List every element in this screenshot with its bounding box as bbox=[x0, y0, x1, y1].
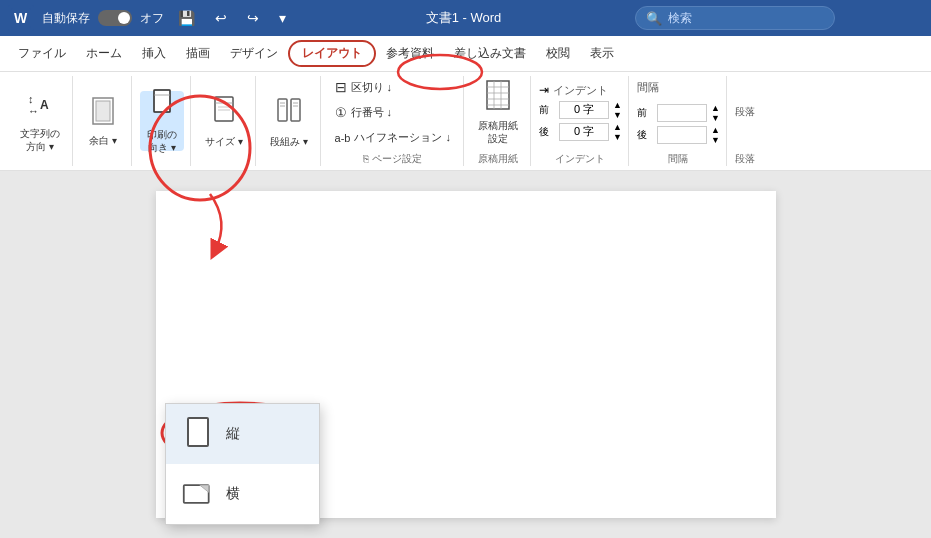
tate-label: 縦 bbox=[226, 425, 240, 443]
svg-rect-10 bbox=[215, 97, 233, 121]
spacing-mae-spin[interactable]: ▲▼ bbox=[711, 103, 720, 123]
word-logo: W bbox=[8, 5, 34, 31]
spacing-go-spin[interactable]: ▲▼ bbox=[711, 125, 720, 145]
group-size: サイズ ▾ bbox=[193, 76, 256, 166]
menu-references[interactable]: 参考資料 bbox=[376, 41, 444, 66]
mojiretu-icon: ↕ ↔ A bbox=[26, 89, 54, 125]
yohaku-icon bbox=[89, 96, 117, 132]
gyobango-label: 行番号 ↓ bbox=[351, 105, 393, 120]
svg-rect-15 bbox=[291, 99, 300, 121]
dialog-icon[interactable]: ⎘ ページ設定 bbox=[363, 153, 422, 164]
group-genkoyoshi: 原稿用紙設定 原稿用紙 bbox=[466, 76, 531, 166]
danagumi-label: 段組み ▾ bbox=[270, 135, 308, 148]
svg-text:A: A bbox=[40, 98, 49, 112]
dropdown-yoko-item[interactable]: 横 bbox=[166, 464, 319, 524]
spacing-mae-input[interactable] bbox=[657, 104, 707, 122]
insatsu-muki-button[interactable]: 印刷の向き ▾ bbox=[140, 91, 184, 151]
toggle-state-label: オフ bbox=[140, 10, 164, 27]
indent-mae-icon: ⇥ bbox=[539, 83, 549, 97]
indent-mae-input[interactable] bbox=[559, 101, 609, 119]
spacing-go-label: 後 bbox=[637, 128, 653, 142]
yohaku-button[interactable]: 余白 ▾ bbox=[81, 91, 125, 151]
genkoyoshi-button[interactable]: 原稿用紙設定 bbox=[472, 82, 524, 142]
menu-view[interactable]: 表示 bbox=[580, 41, 624, 66]
menu-home[interactable]: ホーム bbox=[76, 41, 132, 66]
svg-rect-14 bbox=[278, 99, 287, 121]
save-button[interactable]: 💾 bbox=[172, 8, 201, 28]
hyphen-button[interactable]: a-b ハイフネーション ↓ bbox=[329, 127, 457, 148]
size-icon bbox=[210, 95, 238, 133]
hyphen-icon: a-b bbox=[335, 132, 351, 144]
indent-up-icon[interactable]: ▲▼ bbox=[613, 100, 622, 120]
genkoyoshi-group-label: 原稿用紙 bbox=[478, 148, 518, 166]
group-indent: ⇥ インデント 前 ▲▼ 後 ▲▼ bbox=[533, 76, 629, 166]
search-placeholder: 検索 bbox=[668, 10, 692, 27]
spacing-label-text: 間隔 bbox=[637, 80, 659, 95]
group-moji: ↕ ↔ A 文字列の方向 ▾ bbox=[8, 76, 73, 166]
svg-rect-6 bbox=[96, 101, 110, 121]
svg-text:W: W bbox=[14, 10, 28, 26]
menu-review[interactable]: 校閲 bbox=[536, 41, 580, 66]
autosave-toggle[interactable] bbox=[98, 10, 132, 26]
redo-button[interactable]: ↪ bbox=[241, 8, 265, 28]
kugiri-label: 区切り ↓ bbox=[351, 80, 393, 95]
document-area: 縦 横 bbox=[0, 171, 931, 538]
indent-go-input[interactable] bbox=[559, 123, 609, 141]
group-danagumi: 段組み ▾ bbox=[258, 76, 321, 166]
insatsu-icon bbox=[148, 88, 176, 126]
indent-section: ⇥ インデント 前 ▲▼ 後 ▲▼ bbox=[539, 83, 622, 142]
document-title: 文書1 - Word bbox=[300, 9, 627, 27]
portrait-icon bbox=[182, 414, 214, 454]
menu-file[interactable]: ファイル bbox=[8, 41, 76, 66]
group-spacing: 間隔 前 ▲▼ 後 ▲▼ 間隔 bbox=[631, 76, 727, 166]
svg-rect-29 bbox=[188, 418, 208, 446]
insatsu-label: 印刷の向き ▾ bbox=[147, 128, 177, 154]
customize-qat-button[interactable]: ▾ bbox=[273, 8, 292, 28]
kugiri-button[interactable]: ⊟ 区切り ↓ bbox=[329, 76, 399, 98]
mojiretu-label: 文字列の方向 ▾ bbox=[20, 127, 60, 153]
group-insatsu: 印刷の向き ▾ bbox=[134, 76, 191, 166]
gyobango-button[interactable]: ① 行番号 ↓ bbox=[329, 102, 399, 123]
hyphen-label: ハイフネーション ↓ bbox=[354, 130, 451, 145]
spacing-mae-label: 前 bbox=[637, 106, 653, 120]
indent-label: インデント bbox=[553, 83, 608, 98]
mojiretu-houkou-button[interactable]: ↕ ↔ A 文字列の方向 ▾ bbox=[14, 91, 66, 151]
svg-text:↔: ↔ bbox=[28, 105, 39, 117]
kugiri-icon: ⊟ bbox=[335, 79, 347, 95]
genkoyoshi-label: 原稿用紙設定 bbox=[478, 119, 518, 145]
menu-layout[interactable]: レイアウト bbox=[288, 40, 376, 67]
search-icon: 🔍 bbox=[646, 11, 662, 26]
yoko-label: 横 bbox=[226, 485, 240, 503]
menu-mailings[interactable]: 差し込み文書 bbox=[444, 41, 536, 66]
paragraph-group-label: 段落 bbox=[735, 148, 755, 166]
autosave-label: 自動保存 bbox=[42, 10, 90, 27]
size-button[interactable]: サイズ ▾ bbox=[199, 91, 249, 151]
group-page-setup: ⊟ 区切り ↓ ① 行番号 ↓ a-b ハイフネーション ↓ ⎘ ページ設定 bbox=[323, 76, 464, 166]
undo-button[interactable]: ↩ bbox=[209, 8, 233, 28]
danagumi-icon bbox=[275, 95, 303, 133]
indent-go-label: 後 bbox=[539, 125, 555, 139]
paragraph-label: 段落 bbox=[735, 105, 755, 119]
svg-text:↕: ↕ bbox=[28, 93, 34, 105]
group-paragraph: 段落 段落 bbox=[729, 76, 761, 166]
indent-group-label: インデント bbox=[555, 148, 605, 166]
genkoyoshi-icon bbox=[484, 79, 512, 117]
orientation-dropdown: 縦 横 bbox=[165, 403, 320, 525]
title-bar: W 自動保存 オフ 💾 ↩ ↪ ▾ 文書1 - Word 🔍 検索 bbox=[0, 0, 931, 36]
menu-design[interactable]: デザイン bbox=[220, 41, 288, 66]
danagumi-button[interactable]: 段組み ▾ bbox=[264, 91, 314, 151]
size-label: サイズ ▾ bbox=[205, 135, 243, 148]
menu-bar: ファイル ホーム 挿入 描画 デザイン レイアウト 参考資料 差し込み文書 校閲… bbox=[0, 36, 931, 72]
page-setup-label: ⎘ ページ設定 bbox=[363, 148, 422, 166]
spacing-section: 間隔 前 ▲▼ 後 ▲▼ bbox=[637, 80, 720, 145]
indent-down-icon[interactable]: ▲▼ bbox=[613, 122, 622, 142]
yohaku-label: 余白 ▾ bbox=[89, 134, 117, 147]
spacing-group-label: 間隔 bbox=[668, 148, 688, 166]
menu-draw[interactable]: 描画 bbox=[176, 41, 220, 66]
group-yohaku: 余白 ▾ bbox=[75, 76, 132, 166]
ribbon-toolbar: ↕ ↔ A 文字列の方向 ▾ bbox=[0, 72, 931, 171]
dropdown-tate-item[interactable]: 縦 bbox=[166, 404, 319, 464]
search-box[interactable]: 🔍 検索 bbox=[635, 6, 835, 30]
menu-insert[interactable]: 挿入 bbox=[132, 41, 176, 66]
spacing-go-input[interactable] bbox=[657, 126, 707, 144]
